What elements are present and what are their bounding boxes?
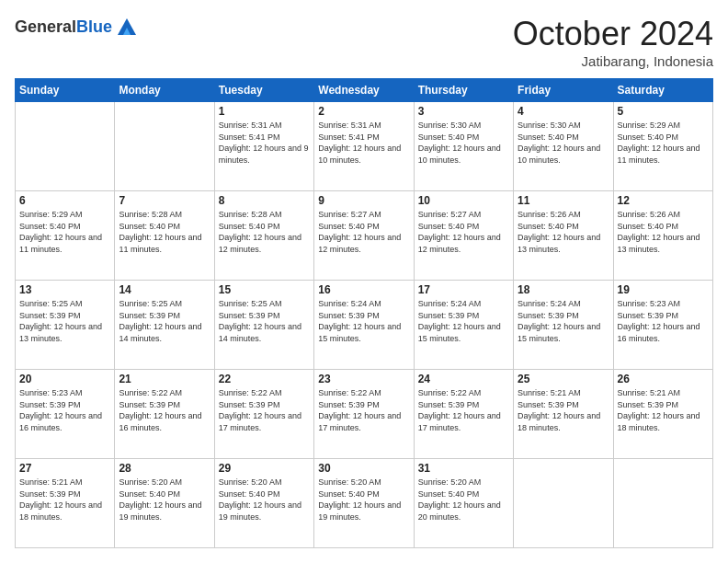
weekday-header-row: SundayMondayTuesdayWednesdayThursdayFrid… [16, 79, 713, 102]
day-number: 10 [418, 194, 509, 207]
calendar-body: 1Sunrise: 5:31 AM Sunset: 5:41 PM Daylig… [16, 102, 713, 548]
day-info: Sunrise: 5:22 AM Sunset: 5:39 PM Dayligh… [418, 387, 509, 433]
calendar-cell: 2Sunrise: 5:31 AM Sunset: 5:41 PM Daylig… [314, 102, 414, 191]
calendar-cell: 25Sunrise: 5:21 AM Sunset: 5:39 PM Dayli… [514, 370, 613, 459]
calendar-cell [613, 459, 712, 548]
day-number: 27 [19, 462, 110, 475]
weekday-header-cell: Thursday [414, 79, 513, 102]
day-info: Sunrise: 5:20 AM Sunset: 5:40 PM Dayligh… [219, 477, 310, 523]
calendar-cell: 11Sunrise: 5:26 AM Sunset: 5:40 PM Dayli… [514, 191, 613, 281]
day-number: 17 [418, 283, 509, 296]
day-number: 30 [318, 462, 409, 475]
calendar-table: SundayMondayTuesdayWednesdayThursdayFrid… [15, 78, 713, 548]
day-info: Sunrise: 5:31 AM Sunset: 5:41 PM Dayligh… [318, 120, 409, 166]
day-info: Sunrise: 5:30 AM Sunset: 5:40 PM Dayligh… [518, 120, 609, 166]
calendar-week-row: 6Sunrise: 5:29 AM Sunset: 5:40 PM Daylig… [16, 191, 713, 281]
day-number: 29 [219, 462, 310, 475]
day-info: Sunrise: 5:22 AM Sunset: 5:39 PM Dayligh… [219, 387, 310, 433]
day-info: Sunrise: 5:20 AM Sunset: 5:40 PM Dayligh… [418, 477, 509, 523]
day-number: 20 [19, 373, 110, 385]
day-info: Sunrise: 5:29 AM Sunset: 5:40 PM Dayligh… [19, 209, 110, 255]
day-number: 13 [19, 283, 110, 296]
day-number: 15 [219, 283, 310, 296]
calendar-week-row: 20Sunrise: 5:23 AM Sunset: 5:39 PM Dayli… [16, 370, 713, 459]
day-number: 4 [518, 105, 609, 118]
day-number: 28 [119, 462, 210, 475]
day-info: Sunrise: 5:21 AM Sunset: 5:39 PM Dayligh… [19, 477, 110, 523]
weekday-header-cell: Friday [514, 79, 613, 102]
day-number: 16 [318, 283, 409, 296]
calendar-cell [115, 102, 214, 191]
day-info: Sunrise: 5:26 AM Sunset: 5:40 PM Dayligh… [518, 209, 609, 255]
calendar-cell: 29Sunrise: 5:20 AM Sunset: 5:40 PM Dayli… [214, 459, 313, 548]
day-info: Sunrise: 5:24 AM Sunset: 5:39 PM Dayligh… [418, 298, 509, 344]
calendar-week-row: 27Sunrise: 5:21 AM Sunset: 5:39 PM Dayli… [16, 459, 713, 548]
calendar-cell: 22Sunrise: 5:22 AM Sunset: 5:39 PM Dayli… [214, 370, 313, 459]
header: GeneralBlue October 2024 Jatibarang, Ind… [15, 15, 713, 69]
day-info: Sunrise: 5:22 AM Sunset: 5:39 PM Dayligh… [318, 387, 409, 433]
title-block: October 2024 Jatibarang, Indonesia [513, 15, 713, 69]
calendar-cell: 26Sunrise: 5:21 AM Sunset: 5:39 PM Dayli… [613, 370, 712, 459]
calendar-cell: 31Sunrise: 5:20 AM Sunset: 5:40 PM Dayli… [414, 459, 513, 548]
day-number: 5 [618, 105, 709, 118]
day-info: Sunrise: 5:23 AM Sunset: 5:39 PM Dayligh… [19, 387, 110, 433]
day-number: 7 [119, 194, 210, 207]
day-number: 8 [219, 194, 310, 207]
calendar-cell: 6Sunrise: 5:29 AM Sunset: 5:40 PM Daylig… [16, 191, 115, 281]
weekday-header-cell: Saturday [613, 79, 712, 102]
day-info: Sunrise: 5:24 AM Sunset: 5:39 PM Dayligh… [518, 298, 609, 344]
page: GeneralBlue October 2024 Jatibarang, Ind… [0, 0, 728, 563]
calendar-cell: 14Sunrise: 5:25 AM Sunset: 5:39 PM Dayli… [115, 281, 214, 370]
day-number: 2 [318, 105, 409, 118]
calendar-cell: 18Sunrise: 5:24 AM Sunset: 5:39 PM Dayli… [514, 281, 613, 370]
calendar-cell: 17Sunrise: 5:24 AM Sunset: 5:39 PM Dayli… [414, 281, 513, 370]
day-info: Sunrise: 5:31 AM Sunset: 5:41 PM Dayligh… [219, 120, 310, 166]
calendar-cell: 10Sunrise: 5:27 AM Sunset: 5:40 PM Dayli… [414, 191, 513, 281]
day-info: Sunrise: 5:21 AM Sunset: 5:39 PM Dayligh… [618, 387, 709, 433]
day-number: 19 [618, 283, 709, 296]
calendar-cell: 13Sunrise: 5:25 AM Sunset: 5:39 PM Dayli… [16, 281, 115, 370]
day-info: Sunrise: 5:25 AM Sunset: 5:39 PM Dayligh… [219, 298, 310, 344]
day-info: Sunrise: 5:23 AM Sunset: 5:39 PM Dayligh… [618, 298, 709, 344]
weekday-header-cell: Monday [115, 79, 214, 102]
month-title: October 2024 [513, 15, 713, 53]
day-number: 21 [119, 373, 210, 385]
calendar-cell: 28Sunrise: 5:20 AM Sunset: 5:40 PM Dayli… [115, 459, 214, 548]
day-number: 24 [418, 373, 509, 385]
day-info: Sunrise: 5:28 AM Sunset: 5:40 PM Dayligh… [119, 209, 210, 255]
day-info: Sunrise: 5:25 AM Sunset: 5:39 PM Dayligh… [19, 298, 110, 344]
day-info: Sunrise: 5:24 AM Sunset: 5:39 PM Dayligh… [318, 298, 409, 344]
day-info: Sunrise: 5:29 AM Sunset: 5:40 PM Dayligh… [618, 120, 709, 166]
day-number: 9 [318, 194, 409, 207]
calendar-cell: 5Sunrise: 5:29 AM Sunset: 5:40 PM Daylig… [613, 102, 712, 191]
day-info: Sunrise: 5:21 AM Sunset: 5:39 PM Dayligh… [518, 387, 609, 433]
location: Jatibarang, Indonesia [513, 53, 713, 69]
day-number: 14 [119, 283, 210, 296]
calendar-cell: 1Sunrise: 5:31 AM Sunset: 5:41 PM Daylig… [214, 102, 313, 191]
calendar-cell [16, 102, 115, 191]
calendar-cell: 24Sunrise: 5:22 AM Sunset: 5:39 PM Dayli… [414, 370, 513, 459]
weekday-header-cell: Tuesday [214, 79, 313, 102]
calendar-cell [514, 459, 613, 548]
day-number: 6 [19, 194, 110, 207]
calendar-cell: 20Sunrise: 5:23 AM Sunset: 5:39 PM Dayli… [16, 370, 115, 459]
day-number: 3 [418, 105, 509, 118]
day-number: 12 [618, 194, 709, 207]
calendar-cell: 8Sunrise: 5:28 AM Sunset: 5:40 PM Daylig… [214, 191, 313, 281]
calendar-cell: 3Sunrise: 5:30 AM Sunset: 5:40 PM Daylig… [414, 102, 513, 191]
day-number: 25 [518, 373, 609, 385]
day-number: 31 [418, 462, 509, 475]
day-info: Sunrise: 5:20 AM Sunset: 5:40 PM Dayligh… [119, 477, 210, 523]
day-info: Sunrise: 5:28 AM Sunset: 5:40 PM Dayligh… [219, 209, 310, 255]
day-number: 22 [219, 373, 310, 385]
calendar-cell: 23Sunrise: 5:22 AM Sunset: 5:39 PM Dayli… [314, 370, 414, 459]
calendar-cell: 15Sunrise: 5:25 AM Sunset: 5:39 PM Dayli… [214, 281, 313, 370]
day-info: Sunrise: 5:27 AM Sunset: 5:40 PM Dayligh… [318, 209, 409, 255]
day-info: Sunrise: 5:22 AM Sunset: 5:39 PM Dayligh… [119, 387, 210, 433]
calendar-cell: 4Sunrise: 5:30 AM Sunset: 5:40 PM Daylig… [514, 102, 613, 191]
calendar-cell: 9Sunrise: 5:27 AM Sunset: 5:40 PM Daylig… [314, 191, 414, 281]
day-number: 26 [618, 373, 709, 385]
day-info: Sunrise: 5:27 AM Sunset: 5:40 PM Dayligh… [418, 209, 509, 255]
calendar-cell: 12Sunrise: 5:26 AM Sunset: 5:40 PM Dayli… [613, 191, 712, 281]
logo-general: General [15, 17, 76, 36]
